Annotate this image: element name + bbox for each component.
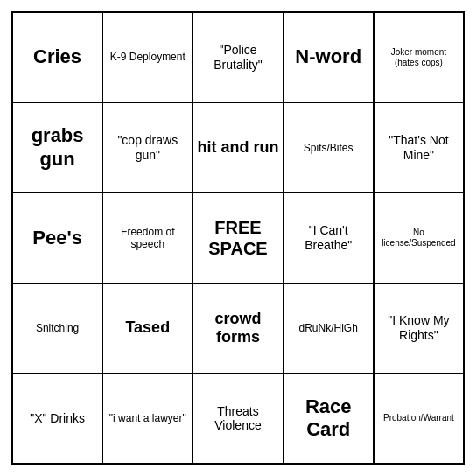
cell-r4c2: Threats Violence bbox=[192, 374, 283, 464]
cell-r1c0: grabs gun bbox=[12, 102, 102, 192]
cell-r2c0: Pee's bbox=[12, 192, 102, 283]
cell-r3c0: Snitching bbox=[12, 284, 102, 374]
cell-r2c2: FREE SPACE bbox=[192, 192, 283, 283]
cell-r0c2: "Police Brutality" bbox=[192, 12, 283, 102]
cell-r1c2: hit and run bbox=[192, 102, 283, 192]
cell-r0c4: Joker moment (hates cops) bbox=[374, 12, 464, 102]
bingo-board: CriesK-9 Deployment"Police Brutality"N-w… bbox=[10, 10, 466, 466]
cell-r4c1: "i want a lawyer" bbox=[102, 374, 192, 464]
cell-r4c4: Probation/Warrant bbox=[374, 374, 464, 464]
cell-r0c1: K-9 Deployment bbox=[102, 12, 192, 102]
cell-r1c1: "cop draws gun" bbox=[102, 102, 192, 192]
cell-r1c3: Spits/Bites bbox=[284, 102, 374, 192]
cell-r3c4: "I Know My Rights" bbox=[374, 284, 464, 374]
cell-r2c3: "I Can't Breathe" bbox=[284, 192, 374, 283]
cell-r2c1: Freedom of speech bbox=[102, 192, 192, 283]
cell-r2c4: No license/Suspended bbox=[374, 192, 464, 283]
cell-r3c1: Tased bbox=[102, 284, 192, 374]
cell-r4c0: "X" Drinks bbox=[12, 374, 102, 464]
cell-r3c3: dRuNk/HiGh bbox=[284, 284, 374, 374]
cell-r4c3: Race Card bbox=[284, 374, 374, 464]
cell-r0c3: N-word bbox=[284, 12, 374, 102]
cell-r0c0: Cries bbox=[12, 12, 102, 102]
cell-r1c4: "That's Not Mine" bbox=[374, 102, 464, 192]
cell-r3c2: crowd forms bbox=[192, 284, 283, 374]
